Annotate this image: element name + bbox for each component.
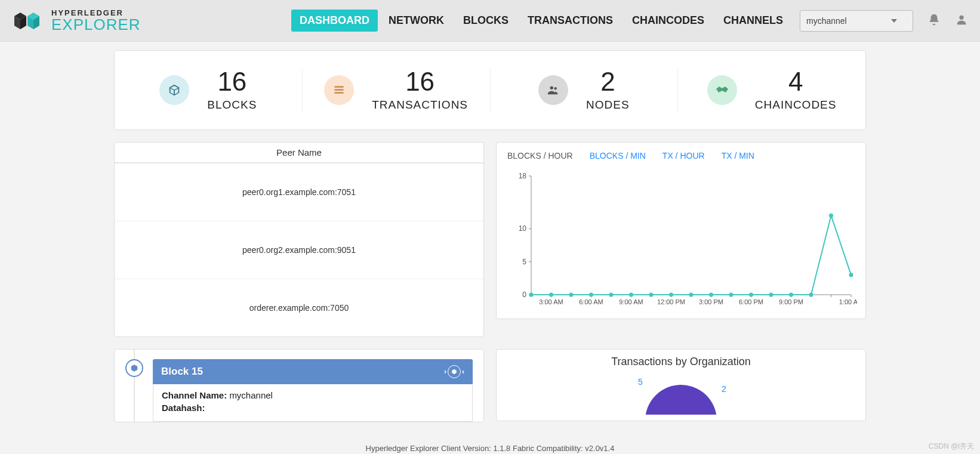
svg-text:9:00 PM: 9:00 PM [779, 298, 803, 305]
pie-chart-svg: 52 [615, 373, 747, 415]
svg-point-62 [829, 214, 833, 218]
peers-panel: Peer Name peer0.org1.example.com:7051 pe… [114, 142, 484, 337]
svg-text:5: 5 [638, 377, 643, 387]
svg-point-52 [629, 293, 633, 297]
chart-area: 0510183:00 AM6:00 AM9:00 AM12:00 PM3:00 … [505, 170, 857, 310]
users-icon [538, 75, 568, 105]
stat-cc-value: 4 [755, 69, 837, 95]
nav-tabs: DASHBOARD NETWORK BLOCKS TRANSACTIONS CH… [291, 10, 791, 32]
tab-dashboard[interactable]: DASHBOARD [291, 10, 378, 32]
svg-text:6:00 AM: 6:00 AM [579, 298, 603, 305]
svg-point-54 [669, 293, 673, 297]
tab-network[interactable]: NETWORK [380, 10, 452, 32]
tab-transactions[interactable]: TRANSACTIONS [519, 10, 621, 32]
navbar: HYPERLEDGER EXPLORER DASHBOARD NETWORK B… [0, 0, 980, 42]
bell-icon[interactable] [927, 13, 941, 29]
channel-name-label: Channel Name: [162, 390, 227, 400]
channel-selected-value: mychannel [806, 16, 847, 26]
chart-tab-tx-hour[interactable]: TX / HOUR [662, 149, 705, 164]
peer-row[interactable]: peer0.org2.example.com:9051 [115, 221, 483, 279]
stat-blocks-label: BLOCKS [207, 98, 257, 112]
svg-text:12:00 PM: 12:00 PM [657, 298, 685, 305]
svg-rect-7 [335, 86, 344, 88]
chart-tab-blocks-hour[interactable]: BLOCKS / HOUR [507, 149, 573, 164]
org-panel: Transactions by Organization 52 [496, 349, 866, 421]
svg-text:9:00 AM: 9:00 AM [619, 298, 643, 305]
svg-point-61 [809, 293, 813, 297]
svg-text:18: 18 [519, 172, 527, 180]
stat-transactions: 16 TRANSACTIONS [303, 69, 491, 112]
channel-select[interactable]: mychannel [800, 10, 913, 32]
stat-tx-label: TRANSACTIONS [372, 98, 468, 112]
peer-row[interactable]: peer0.org1.example.com:7051 [115, 163, 483, 221]
svg-text:2: 2 [722, 384, 726, 394]
chevron-left-icon: ‹ [462, 367, 464, 376]
handshake-icon [707, 75, 737, 105]
block-header-actions[interactable]: › ‹ [444, 365, 464, 378]
svg-point-59 [769, 293, 773, 297]
peers-header: Peer Name [115, 143, 483, 163]
brand-line2: EXPLORER [51, 17, 141, 32]
svg-text:3:00 AM: 3:00 AM [539, 298, 563, 305]
svg-point-49 [569, 293, 574, 297]
svg-point-57 [729, 293, 734, 297]
tab-channels[interactable]: CHANNELS [715, 10, 791, 32]
chart-tab-tx-min[interactable]: TX / MIN [722, 149, 754, 164]
stat-nodes: 2 NODES [491, 69, 679, 112]
logo-text: HYPERLEDGER EXPLORER [51, 9, 141, 32]
stat-nodes-label: NODES [586, 98, 630, 112]
svg-point-56 [709, 293, 713, 297]
stat-blocks-value: 16 [207, 69, 257, 95]
svg-point-51 [609, 293, 614, 297]
svg-point-6 [959, 15, 963, 19]
chart-tabs: BLOCKS / HOUR BLOCKS / MIN TX / HOUR TX … [505, 149, 857, 170]
svg-text:5: 5 [522, 258, 526, 266]
svg-point-48 [549, 293, 553, 297]
svg-text:6:00 PM: 6:00 PM [739, 298, 763, 305]
svg-point-63 [849, 273, 853, 277]
channel-name-value: mychannel [229, 390, 273, 400]
logo[interactable]: HYPERLEDGER EXPLORER [12, 9, 141, 33]
cube-icon [159, 75, 189, 105]
logo-cubes-icon [12, 9, 45, 33]
chevron-down-icon [891, 19, 897, 23]
stat-cc-label: CHAINCODES [755, 98, 837, 112]
stat-nodes-value: 2 [586, 69, 630, 95]
stat-blocks: 16 BLOCKS [115, 69, 303, 112]
svg-point-53 [649, 293, 654, 297]
svg-text:10: 10 [519, 224, 527, 233]
block-title: Block 15 [161, 366, 203, 378]
svg-text:3:00 PM: 3:00 PM [699, 298, 723, 305]
svg-point-60 [789, 293, 793, 297]
svg-point-10 [550, 87, 554, 90]
tab-blocks[interactable]: BLOCKS [455, 10, 517, 32]
timeline-node-icon [125, 359, 143, 377]
org-chart-title: Transactions by Organization [505, 356, 857, 368]
svg-rect-8 [335, 89, 344, 91]
block-header[interactable]: Block 15 › ‹ [153, 359, 473, 384]
stat-chaincodes: 4 CHAINCODES [678, 69, 865, 112]
user-icon[interactable] [955, 13, 968, 29]
svg-point-11 [554, 87, 557, 89]
chart-panel: BLOCKS / HOUR BLOCKS / MIN TX / HOUR TX … [496, 142, 866, 319]
svg-point-55 [689, 293, 694, 297]
org-pie-wrap: 52 [505, 373, 857, 415]
tab-chaincodes[interactable]: CHAINCODES [624, 10, 713, 32]
datahash-label: Datahash: [162, 403, 205, 413]
peer-row[interactable]: orderer.example.com:7050 [115, 279, 483, 336]
timeline-panel: Block 15 › ‹ Channel Name: mychannel Dat… [114, 349, 484, 422]
block-body: Channel Name: mychannel Datahash: [153, 384, 473, 422]
chevron-right-icon: › [444, 367, 446, 376]
block-icon-circle [448, 365, 461, 378]
list-icon [324, 75, 354, 105]
line-chart-svg: 0510183:00 AM6:00 AM9:00 AM12:00 PM3:00 … [505, 170, 857, 310]
svg-text:1:00 AM: 1:00 AM [839, 298, 857, 305]
svg-point-58 [749, 293, 753, 297]
stats-card: 16 BLOCKS 16 TRANSACTIONS 2 NODES [114, 50, 866, 130]
svg-point-47 [529, 293, 534, 297]
svg-point-50 [589, 293, 593, 297]
chart-tab-blocks-min[interactable]: BLOCKS / MIN [590, 149, 646, 164]
svg-rect-9 [335, 92, 344, 94]
svg-text:0: 0 [522, 291, 526, 299]
block-card[interactable]: Block 15 › ‹ Channel Name: mychannel Dat… [153, 359, 473, 422]
